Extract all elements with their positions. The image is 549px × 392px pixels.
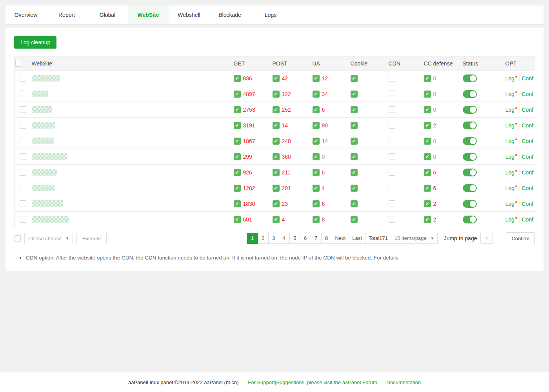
items-per-page-select[interactable]: 10 items/page ▼ [391, 233, 438, 244]
tab-blockade[interactable]: Blockade [209, 5, 250, 24]
get-check-icon[interactable]: ✔ [234, 169, 241, 176]
bulk-action-select[interactable]: Please choose ▼ [24, 233, 73, 244]
cookie-check-icon[interactable]: ✔ [351, 200, 358, 207]
website-name-redacted[interactable] [32, 91, 48, 97]
status-toggle[interactable] [463, 122, 477, 129]
row-checkbox[interactable] [20, 200, 26, 207]
cc-defense-check-icon[interactable]: ✔ [424, 91, 431, 98]
log-link[interactable]: Log [505, 201, 518, 207]
page-button-1[interactable]: 1 [247, 233, 258, 244]
cookie-check-icon[interactable]: ✔ [351, 185, 358, 192]
cookie-check-icon[interactable]: ✔ [351, 138, 358, 145]
ua-check-icon[interactable]: ✔ [313, 75, 320, 82]
website-name-redacted[interactable] [32, 75, 60, 82]
cc-defense-check-icon[interactable]: ✔ [424, 185, 431, 192]
row-checkbox[interactable] [20, 185, 26, 191]
cdn-checkbox[interactable] [389, 185, 395, 191]
page-button-8[interactable]: 8 [321, 233, 332, 244]
cc-defense-check-icon[interactable]: ✔ [424, 153, 431, 160]
page-button-5[interactable]: 5 [289, 233, 300, 244]
cdn-checkbox[interactable] [389, 122, 395, 129]
cc-defense-check-icon[interactable]: ✔ [424, 216, 431, 223]
select-all-checkbox[interactable] [15, 60, 22, 67]
ua-check-icon[interactable]: ✔ [313, 169, 320, 176]
ua-check-icon[interactable]: ✔ [313, 185, 320, 192]
row-checkbox[interactable] [20, 216, 26, 223]
get-check-icon[interactable]: ✔ [234, 122, 241, 129]
post-check-icon[interactable]: ✔ [273, 185, 280, 192]
status-toggle[interactable] [463, 90, 477, 98]
get-check-icon[interactable]: ✔ [234, 153, 241, 160]
row-checkbox[interactable] [20, 153, 26, 160]
page-button-4[interactable]: 4 [279, 233, 290, 244]
next-page-button[interactable]: Next [332, 233, 349, 244]
bulk-select-checkbox[interactable] [14, 235, 21, 242]
ua-check-icon[interactable]: ✔ [313, 153, 320, 160]
cookie-check-icon[interactable]: ✔ [351, 216, 358, 223]
post-check-icon[interactable]: ✔ [273, 169, 280, 176]
post-check-icon[interactable]: ✔ [273, 91, 280, 98]
confirm-button[interactable]: Confirm [506, 232, 535, 244]
get-check-icon[interactable]: ✔ [234, 91, 241, 98]
website-name-redacted[interactable] [32, 200, 63, 207]
get-check-icon[interactable]: ✔ [234, 75, 241, 82]
log-link[interactable]: Log [505, 122, 518, 129]
post-check-icon[interactable]: ✔ [273, 106, 280, 113]
tab-logs[interactable]: Logs [250, 5, 291, 24]
post-check-icon[interactable]: ✔ [273, 216, 280, 223]
website-name-redacted[interactable] [32, 169, 57, 176]
tab-report[interactable]: Report [46, 5, 87, 24]
cdn-checkbox[interactable] [389, 153, 395, 160]
status-toggle[interactable] [463, 184, 477, 192]
post-check-icon[interactable]: ✔ [273, 75, 280, 82]
cdn-checkbox[interactable] [389, 216, 395, 223]
cookie-check-icon[interactable]: ✔ [351, 122, 358, 129]
website-name-redacted[interactable] [32, 122, 55, 129]
conf-link[interactable]: Conf [522, 122, 534, 129]
website-name-redacted[interactable] [32, 138, 54, 144]
website-name-redacted[interactable] [32, 185, 55, 191]
jump-page-input[interactable] [480, 233, 493, 244]
status-toggle[interactable] [463, 74, 477, 82]
cookie-check-icon[interactable]: ✔ [351, 75, 358, 82]
website-name-redacted[interactable] [32, 216, 69, 223]
row-checkbox[interactable] [20, 91, 26, 97]
ua-check-icon[interactable]: ✔ [313, 200, 320, 207]
tab-overview[interactable]: Overview [5, 5, 46, 24]
log-link[interactable]: Log [505, 169, 518, 176]
cookie-check-icon[interactable]: ✔ [351, 91, 358, 98]
log-link[interactable]: Log [505, 185, 518, 191]
cc-defense-check-icon[interactable]: ✔ [424, 106, 431, 113]
cdn-checkbox[interactable] [389, 169, 395, 176]
conf-link[interactable]: Conf [522, 169, 534, 176]
cdn-checkbox[interactable] [389, 200, 395, 207]
website-name-redacted[interactable] [32, 153, 67, 160]
ua-check-icon[interactable]: ✔ [313, 91, 320, 98]
post-check-icon[interactable]: ✔ [273, 138, 280, 145]
log-link[interactable]: Log [505, 107, 518, 113]
status-toggle[interactable] [463, 106, 477, 114]
cookie-check-icon[interactable]: ✔ [351, 169, 358, 176]
log-link[interactable]: Log [505, 75, 518, 82]
cc-defense-check-icon[interactable]: ✔ [424, 169, 431, 176]
tab-website[interactable]: WebSite [128, 5, 169, 24]
cookie-check-icon[interactable]: ✔ [351, 106, 358, 113]
cdn-checkbox[interactable] [389, 91, 395, 97]
page-button-6[interactable]: 6 [300, 233, 311, 244]
ua-check-icon[interactable]: ✔ [313, 106, 320, 113]
page-button-7[interactable]: 7 [311, 233, 322, 244]
log-link[interactable]: Log [505, 138, 518, 144]
cc-defense-check-icon[interactable]: ✔ [424, 75, 431, 82]
documentation-link[interactable]: Documentation [387, 379, 421, 385]
row-checkbox[interactable] [20, 169, 26, 176]
conf-link[interactable]: Conf [522, 107, 534, 113]
status-toggle[interactable] [463, 216, 477, 223]
conf-link[interactable]: Conf [522, 75, 534, 82]
get-check-icon[interactable]: ✔ [234, 106, 241, 113]
conf-link[interactable]: Conf [522, 185, 534, 191]
last-page-button[interactable]: Last [349, 233, 365, 244]
ua-check-icon[interactable]: ✔ [313, 138, 320, 145]
conf-link[interactable]: Conf [522, 138, 534, 144]
log-link[interactable]: Log [505, 91, 518, 97]
status-toggle[interactable] [463, 137, 477, 145]
